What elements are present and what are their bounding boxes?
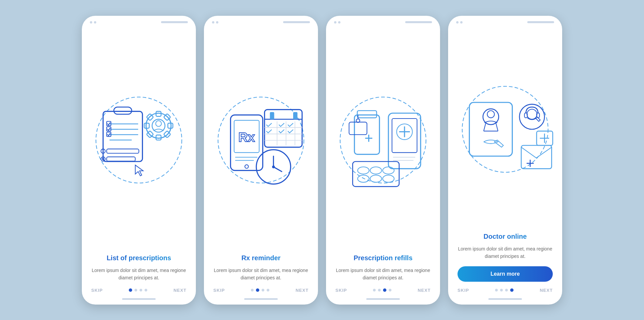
card-rx-reminder: Rx [204,16,318,305]
svg-line-75 [496,123,498,131]
svg-line-74 [484,123,486,131]
svg-point-33 [245,165,249,169]
notch-bar-4 [527,21,554,23]
svg-rect-51 [349,122,367,135]
nav-dot[interactable] [378,289,381,291]
notch-dots-4 [456,21,463,24]
notch-dots-2 [212,21,218,24]
home-bar-4 [488,298,522,300]
svg-rect-81 [521,145,552,169]
nav-dot[interactable] [389,289,391,291]
svg-rect-15 [168,123,173,128]
skip-button-2[interactable]: SKIP [213,288,225,293]
nav-dot-active[interactable] [129,288,132,292]
card-doctor-online: Doctor online Lorem ipsum dolor sit dim … [448,16,562,305]
svg-rect-2 [114,107,131,114]
notch-dot [94,21,96,24]
illustration-prescriptions [82,26,196,254]
nav-dot[interactable] [267,289,269,291]
home-bar-2 [244,298,278,300]
notch-dot [338,21,340,24]
svg-point-73 [487,111,494,118]
skip-button-3[interactable]: SKIP [335,288,347,293]
nav-dot[interactable] [262,289,264,291]
phone-notch-3 [326,16,440,26]
card-title-2: Rx reminder [213,254,309,262]
card-content-2: Rx reminder Lorem ipsum dolor sit dim am… [204,254,318,288]
cards-container: List of prescriptions Lorem ipsum dolor … [82,16,562,305]
nav-dot-active[interactable] [256,288,259,292]
notch-dot [90,21,92,24]
phone-notch-4 [448,16,562,26]
svg-point-66 [383,167,394,174]
nav-dot[interactable] [373,289,376,291]
card-desc-4: Lorem ipsum dolor sit dim amet, mea regi… [458,245,553,260]
svg-rect-50 [357,111,377,118]
next-button-3[interactable]: NEXT [418,288,431,293]
notch-bar-1 [161,21,188,23]
svg-point-64 [358,167,369,174]
svg-rect-12 [156,111,161,117]
nav-dot[interactable] [251,289,254,291]
svg-rect-14 [144,123,149,128]
card-desc-2: Lorem ipsum dolor sit dim amet, mea regi… [213,267,309,282]
phone-notch-1 [82,16,196,26]
svg-rect-36 [270,112,274,119]
svg-point-20 [156,121,161,127]
home-bar-3 [366,298,400,300]
card-title-3: Prescription refills [335,254,431,262]
card-prescriptions: List of prescriptions Lorem ipsum dolor … [82,16,196,305]
svg-text:Rx: Rx [238,130,255,144]
phone-notch-2 [204,16,318,26]
svg-point-68 [370,175,382,182]
nav-dot[interactable] [145,289,147,291]
svg-rect-23 [107,157,135,161]
next-button-4[interactable]: NEXT [540,288,553,293]
svg-rect-37 [293,112,298,119]
nav-dot[interactable] [500,289,503,291]
card-content-4: Doctor online Lorem ipsum dolor sit dim … [448,233,562,288]
skip-button-4[interactable]: SKIP [458,288,469,293]
nav-dot-active[interactable] [383,288,386,292]
skip-button-1[interactable]: SKIP [91,288,103,293]
svg-point-0 [96,97,182,183]
nav-dots-3 [373,288,391,292]
notch-dot [212,21,214,24]
svg-point-65 [370,167,382,174]
svg-line-47 [273,167,282,172]
learn-more-button[interactable]: Learn more [458,266,553,282]
svg-point-67 [358,175,369,182]
svg-rect-13 [156,135,161,140]
card-content-1: List of prescriptions Lorem ipsum dolor … [82,254,196,288]
notch-dot [456,21,459,24]
card-refills: Prescription refills Lorem ipsum dolor s… [326,16,440,305]
notch-dot [460,21,463,24]
svg-point-77 [520,104,545,129]
card-title-1: List of prescriptions [91,254,186,262]
card-nav-4: SKIP NEXT [448,288,562,298]
nav-dot[interactable] [495,289,498,291]
illustration-doctor [448,26,562,233]
notch-dot [216,21,218,24]
next-button-2[interactable]: NEXT [296,288,309,293]
svg-rect-21 [107,149,139,153]
card-nav-1: SKIP NEXT [82,288,196,298]
svg-point-10 [146,113,171,138]
notch-bar-2 [283,21,310,23]
illustration-refills [326,26,440,254]
notch-dots-1 [90,21,96,24]
next-button-1[interactable]: NEXT [173,288,186,293]
card-desc-3: Lorem ipsum dolor sit dim amet, mea regi… [335,267,431,282]
nav-dot[interactable] [505,289,508,291]
nav-dot[interactable] [140,289,142,291]
card-nav-2: SKIP NEXT [204,288,318,298]
card-desc-1: Lorem ipsum dolor sit dim amet, mea regi… [91,267,186,282]
notch-dot [334,21,336,24]
nav-dots-2 [251,288,269,292]
notch-bar-3 [405,21,432,23]
nav-dot[interactable] [135,289,137,291]
svg-marker-26 [135,165,143,176]
nav-dot-active[interactable] [510,288,514,292]
illustration-rx: Rx [204,26,318,254]
card-title-4: Doctor online [458,233,553,240]
